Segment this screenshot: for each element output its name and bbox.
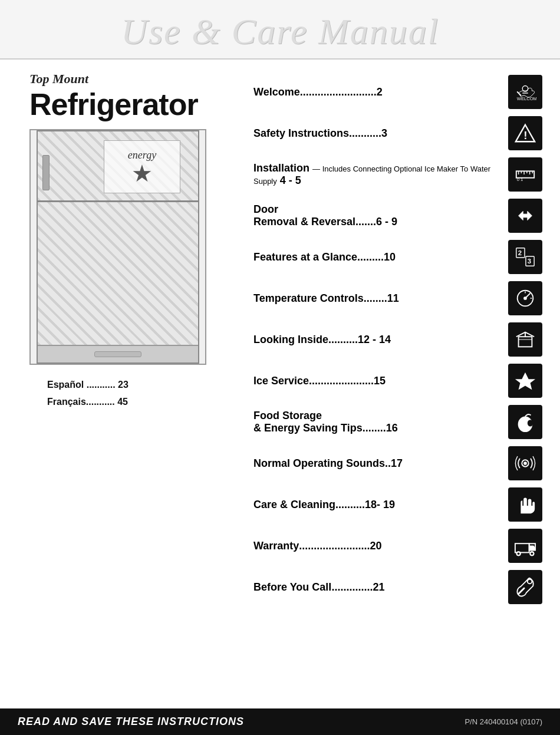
energy-star-logo: energy ★ — [104, 140, 180, 193]
toc-features-text: Features at a Glance ......... 10 — [253, 251, 508, 263]
toc-temperature-icon — [508, 281, 542, 315]
svg-text:3: 3 — [528, 258, 531, 265]
toc-installation-icon: 0 1 — [508, 157, 542, 192]
table-of-contents: Welcome .......................... 2 WEL… — [253, 71, 542, 608]
toc-food-title: Food Storage — [253, 410, 502, 422]
svg-text:!: ! — [523, 129, 527, 141]
toc-door-text: Door Removal & Reversal ....... 6 - 9 — [253, 203, 508, 228]
toc-safety-text: Safety Instructions ........... 3 — [253, 127, 508, 140]
toc-welcome-title: Welcome .......................... 2 — [253, 86, 502, 98]
toc-warranty-text: Warranty ........................ 20 — [253, 540, 508, 552]
toc-ice-title: Ice Service ...................... 15 — [253, 375, 502, 387]
toc-temperature-title: Temperature Controls ........ 11 — [253, 292, 502, 305]
svg-text:2: 2 — [518, 249, 522, 256]
language-links: Español ........... 23 Français.........… — [47, 377, 129, 411]
francais-link[interactable]: Français........... 45 — [47, 394, 129, 411]
toc-looking[interactable]: Looking Inside .......... 12 - 14 — [253, 319, 542, 360]
toc-features[interactable]: Features at a Glance ......... 10 2 3 — [253, 236, 542, 278]
toc-ice[interactable]: Ice Service ...................... 15 — [253, 360, 542, 401]
fridge-body: energy ★ — [37, 130, 199, 364]
footer-instructions: READ AND SAVE THESE INSTRUCTIONS — [18, 716, 244, 728]
toc-door-title2: Removal & Reversal ....... 6 - 9 — [253, 216, 502, 228]
toc-ice-text: Ice Service ...................... 15 — [253, 375, 508, 387]
svg-point-39 — [528, 579, 532, 584]
toc-food-icon — [508, 405, 542, 439]
freezer-handle — [42, 155, 50, 190]
star-icon: ★ — [131, 161, 153, 185]
toc-sounds-icon — [508, 446, 542, 480]
toc-welcome-icon: WELCOME — [508, 75, 542, 109]
toc-sounds-title: Normal Operating Sounds ..17 — [253, 457, 502, 470]
toc-warranty-icon — [508, 529, 542, 563]
toc-looking-text: Looking Inside .......... 12 - 14 — [253, 334, 508, 346]
fridge-freezer-section: energy ★ — [38, 131, 198, 202]
product-subtitle: Top Mount — [29, 71, 88, 87]
svg-text:WELCOME: WELCOME — [517, 96, 536, 101]
svg-point-18 — [523, 296, 527, 300]
fridge-illustration: energy ★ — [29, 129, 206, 365]
toc-before-text: Before You Call .............. 21 — [253, 581, 508, 594]
espanol-link[interactable]: Español ........... 23 — [47, 377, 129, 394]
toc-before-title: Before You Call .............. 21 — [253, 581, 502, 594]
toc-ice-icon — [508, 364, 542, 398]
toc-sounds[interactable]: Normal Operating Sounds ..17 — [253, 443, 542, 484]
toc-temperature-text: Temperature Controls ........ 11 — [253, 292, 508, 305]
toc-temperature[interactable]: Temperature Controls ........ 11 — [253, 278, 542, 319]
toc-welcome-text: Welcome .......................... 2 — [253, 86, 508, 98]
product-title: Refrigerator — [29, 89, 198, 120]
svg-text:0        1: 0 1 — [517, 177, 523, 182]
svg-point-37 — [531, 552, 533, 555]
toc-door-title: Door — [253, 203, 502, 216]
toc-warranty[interactable]: Warranty ........................ 20 — [253, 525, 542, 566]
toc-care[interactable]: Care & Cleaning .......... 18- 19 — [253, 484, 542, 525]
svg-rect-31 — [515, 543, 529, 552]
left-column: Top Mount Refrigerator energy ★ — [18, 71, 242, 608]
toc-before[interactable]: Before You Call .............. 21 — [253, 566, 542, 608]
toc-before-icon — [508, 570, 542, 604]
toc-welcome[interactable]: Welcome .......................... 2 WEL… — [253, 71, 542, 113]
svg-point-30 — [523, 462, 527, 465]
bottom-handle — [94, 351, 141, 357]
toc-looking-title: Looking Inside .......... 12 - 14 — [253, 334, 502, 346]
toc-installation[interactable]: Installation — Includes Connecting Optio… — [253, 154, 542, 195]
svg-line-38 — [519, 588, 525, 594]
toc-food-title2: & Energy Saving Tips ........ 16 — [253, 422, 502, 434]
svg-marker-33 — [529, 546, 535, 551]
manual-title: Use & Care Manual — [18, 11, 542, 52]
fridge-bottom-tray — [38, 345, 198, 362]
svg-point-28 — [528, 420, 533, 426]
toc-care-title: Care & Cleaning .......... 18- 19 — [253, 499, 502, 511]
toc-installation-text: Installation — Includes Connecting Optio… — [253, 162, 508, 187]
toc-warranty-title: Warranty ........................ 20 — [253, 540, 502, 552]
toc-door[interactable]: Door Removal & Reversal ....... 6 - 9 — [253, 195, 542, 236]
svg-marker-25 — [515, 373, 535, 390]
main-content: Top Mount Refrigerator energy ★ — [0, 60, 560, 619]
toc-safety[interactable]: Safety Instructions ........... 3 ! — [253, 113, 542, 154]
svg-rect-22 — [519, 337, 532, 347]
toc-features-title: Features at a Glance ......... 10 — [253, 251, 502, 263]
toc-food[interactable]: Food Storage & Energy Saving Tips ......… — [253, 401, 542, 443]
toc-looking-icon — [508, 322, 542, 357]
toc-food-text: Food Storage & Energy Saving Tips ......… — [253, 410, 508, 434]
fridge-main-section — [38, 202, 198, 345]
toc-safety-title: Safety Instructions ........... 3 — [253, 127, 502, 140]
toc-features-icon: 2 3 — [508, 240, 542, 274]
header-banner: Use & Care Manual — [0, 0, 560, 60]
toc-care-icon — [508, 487, 542, 522]
toc-door-icon — [508, 199, 542, 233]
footer-part-number: P/N 240400104 (0107) — [465, 717, 542, 726]
energy-text: energy — [128, 149, 156, 161]
toc-care-text: Care & Cleaning .......... 18- 19 — [253, 499, 508, 511]
toc-installation-title: Installation — Includes Connecting Optio… — [253, 162, 502, 187]
svg-point-35 — [518, 552, 520, 555]
footer: READ AND SAVE THESE INSTRUCTIONS P/N 240… — [0, 708, 560, 735]
toc-sounds-text: Normal Operating Sounds ..17 — [253, 457, 508, 470]
toc-safety-icon: ! — [508, 116, 542, 150]
